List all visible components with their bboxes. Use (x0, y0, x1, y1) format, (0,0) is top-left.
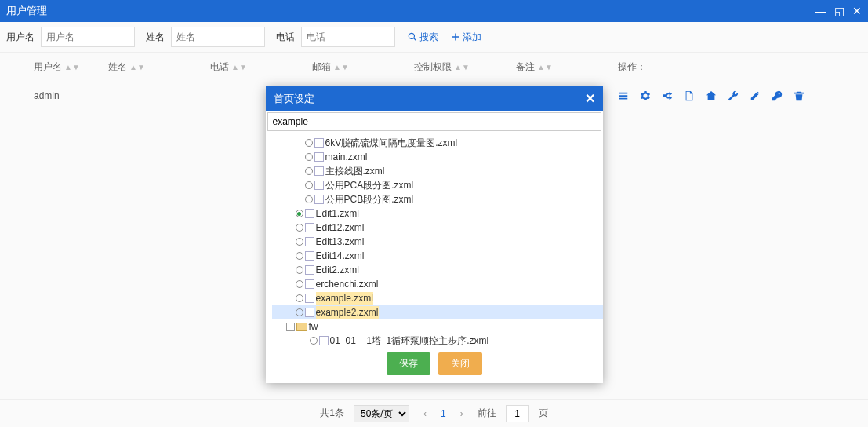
modal-body: 6kV脱硫硫煤间隔电度量图.zxmlmain.zxml主接线图.zxml公用PC… (266, 112, 603, 345)
tree-file[interactable]: main.zxml (272, 150, 603, 164)
modal-title: 首页设定 (274, 92, 314, 106)
tree-node-label: erchenchi.zxml (316, 278, 379, 290)
tree-radio[interactable] (296, 210, 303, 217)
tree-radio[interactable] (296, 280, 303, 288)
file-tree[interactable]: 6kV脱硫硫煤间隔电度量图.zxmlmain.zxml主接线图.zxml公用PC… (266, 133, 603, 345)
homepage-settings-modal: 首页设定 ✕ 6kV脱硫硫煤间隔电度量图.zxmlmain.zxml主接线图.z… (266, 86, 603, 383)
file-icon (314, 195, 324, 204)
tree-file[interactable]: Edit12.zxml (272, 221, 603, 235)
tree-toggler-icon[interactable]: - (286, 323, 295, 331)
tree-node-label: example2.zxml (316, 306, 379, 319)
close-button[interactable]: 关闭 (438, 352, 482, 375)
tree-search-box (267, 112, 601, 131)
tree-radio[interactable] (296, 224, 303, 232)
tree-radio[interactable] (305, 167, 313, 175)
tree-file[interactable]: 公用PCA段分图.zxml (272, 178, 603, 192)
tree-file[interactable]: example.zxml (272, 291, 603, 305)
tree-file[interactable]: Edit13.zxml (272, 235, 603, 249)
tree-node-label: 公用PCA段分图.zxml (325, 179, 414, 192)
file-icon (305, 265, 314, 275)
tree-file[interactable]: Edit2.zxml (272, 263, 603, 277)
tree-file[interactable]: example2.zxml (272, 305, 603, 319)
file-icon (305, 308, 314, 317)
tree-node-label: fw (309, 320, 318, 333)
tree-file[interactable]: 01_01__1塔_1循环泵顺控主步序.zxml (272, 334, 603, 345)
save-button[interactable]: 保存 (387, 352, 430, 375)
tree-radio[interactable] (305, 139, 313, 147)
file-icon (314, 152, 324, 162)
tree-file[interactable]: 主接线图.zxml (272, 164, 603, 178)
tree-node-label: main.zxml (325, 151, 368, 163)
tree-node-label: example.zxml (316, 292, 373, 305)
tree-file[interactable]: erchenchi.zxml (272, 277, 603, 291)
tree-radio[interactable] (296, 252, 303, 260)
tree-file[interactable]: 公用PCB段分图.zxml (272, 192, 603, 206)
tree-file[interactable]: Edit14.zxml (272, 249, 603, 263)
close-icon[interactable]: ✕ (585, 91, 595, 106)
tree-node-label: Edit14.zxml (316, 250, 365, 262)
tree-node-label: Edit12.zxml (316, 221, 365, 234)
tree-node-label: Edit1.zxml (316, 207, 359, 220)
file-icon (305, 294, 314, 303)
tree-radio[interactable] (305, 195, 313, 203)
folder-icon (296, 323, 307, 331)
tree-node-label: 公用PCB段分图.zxml (325, 193, 414, 206)
tree-node-label: Edit2.zxml (316, 264, 359, 276)
tree-radio[interactable] (296, 294, 303, 302)
file-icon (305, 251, 314, 261)
file-icon (305, 223, 314, 232)
file-icon (314, 181, 324, 190)
tree-search-input[interactable] (268, 113, 601, 130)
modal-footer: 保存 关闭 (266, 345, 603, 383)
tree-radio[interactable] (296, 238, 303, 246)
file-icon (314, 166, 324, 176)
tree-node-label: 主接线图.zxml (325, 165, 385, 177)
file-icon (305, 237, 314, 246)
tree-radio[interactable] (310, 337, 318, 345)
tree-file[interactable]: 6kV脱硫硫煤间隔电度量图.zxml (272, 136, 603, 150)
tree-radio[interactable] (296, 266, 303, 274)
modal-overlay: 首页设定 ✕ 6kV脱硫硫煤间隔电度量图.zxmlmain.zxml主接线图.z… (0, 0, 868, 427)
tree-radio[interactable] (305, 153, 313, 161)
file-icon (319, 336, 329, 345)
tree-file[interactable]: Edit1.zxml (272, 206, 603, 221)
file-icon (314, 138, 324, 148)
file-icon (305, 209, 314, 218)
modal-titlebar: 首页设定 ✕ (266, 86, 603, 111)
tree-node-label: 6kV脱硫硫煤间隔电度量图.zxml (325, 137, 458, 149)
tree-radio[interactable] (305, 181, 313, 189)
tree-folder[interactable]: -fw (272, 319, 603, 334)
file-icon (305, 279, 314, 289)
tree-radio[interactable] (296, 308, 303, 316)
tree-node-label: 01_01__1塔_1循环泵顺控主步序.zxml (330, 334, 489, 345)
tree-node-label: Edit13.zxml (316, 235, 365, 248)
